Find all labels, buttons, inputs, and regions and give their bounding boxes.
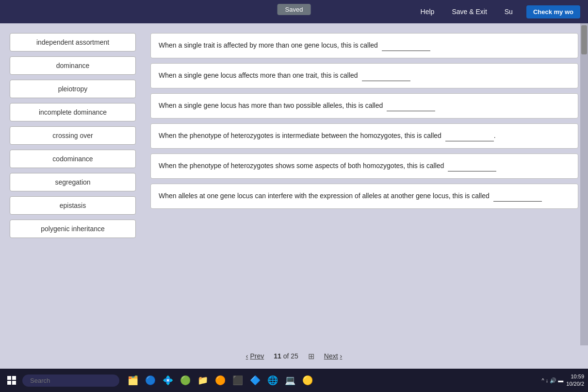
taskbar-right: ^ ↓ 🔊 ▬ 10:59 10/20/2	[541, 369, 584, 392]
question-card-q1: When a single trait is affected by more …	[150, 33, 578, 58]
word-bank-item-independent-assortment[interactable]: independent assortment	[10, 33, 136, 51]
question-text-q3: When a single gene locus has more than t…	[159, 102, 385, 109]
taskbar-icon-app1[interactable]: 🔵	[144, 374, 157, 387]
help-button[interactable]: Help	[417, 6, 439, 17]
taskbar-icon-app6[interactable]: 🔷	[248, 374, 262, 387]
scroll-thumb[interactable]	[581, 25, 587, 54]
clock: 10:59 10/20/2	[566, 373, 584, 388]
system-tray-icons: ^ ↓ 🔊 ▬	[541, 377, 563, 384]
next-button[interactable]: Next ›	[324, 352, 342, 360]
word-bank-item-incomplete-dominance[interactable]: incomplete dominance	[10, 103, 136, 121]
question-card-q6: When alleles at one gene locus can inter…	[150, 184, 578, 209]
next-label: Next	[324, 352, 338, 360]
word-bank: independent assortmentdominancepleiotrop…	[0, 23, 146, 369]
scrollbar[interactable]	[580, 23, 588, 367]
word-bank-item-epistasis[interactable]: epistasis	[10, 196, 136, 215]
taskbar: 🗂️ 🔵 💠 🟢 📁 🟠 ⬛ 🔷 🌐 💻 🟡 ^ ↓ 🔊 ▬ 10:59 10/…	[0, 369, 588, 392]
question-card-q3: When a single gene locus has more than t…	[150, 93, 578, 119]
prev-button[interactable]: ‹ Prev	[246, 352, 264, 360]
taskbar-icons: 🗂️ 🔵 💠 🟢 📁 🟠 ⬛ 🔷 🌐 💻 🟡	[126, 374, 314, 387]
word-bank-item-dominance[interactable]: dominance	[10, 56, 136, 75]
pagination: ‹ Prev 11 of 25 ⊞ Next ›	[0, 345, 588, 367]
word-bank-item-pleiotropy[interactable]: pleiotropy	[10, 80, 136, 98]
taskbar-icon-file-explorer[interactable]: 🗂️	[126, 374, 140, 387]
word-bank-item-polygenic-inheritance[interactable]: polygenic inheritance	[10, 220, 136, 238]
check-my-work-button[interactable]: Check my wo	[526, 5, 580, 18]
saved-badge: Saved	[278, 4, 311, 15]
chevron-right-icon: ›	[340, 352, 343, 360]
word-bank-item-segregation[interactable]: segregation	[10, 173, 136, 191]
word-bank-item-codominance[interactable]: codominance	[10, 150, 136, 168]
taskbar-icon-app2[interactable]: 💠	[161, 374, 175, 387]
question-card-q5: When the phenotype of heterozygotes show…	[150, 153, 578, 179]
submit-button[interactable]: Su	[501, 6, 517, 17]
current-page: 11	[274, 352, 281, 360]
question-text-q1: When a single trait is affected by more …	[159, 41, 380, 49]
clock-date: 10/20/2	[566, 380, 584, 388]
question-text-q2: When a single gene locus affects more th…	[159, 71, 360, 79]
prev-label: Prev	[250, 352, 264, 360]
taskbar-icon-app8[interactable]: 🟡	[301, 374, 314, 387]
taskbar-icon-browser[interactable]: 🌐	[266, 374, 279, 387]
answer-blank-q2[interactable]	[362, 70, 410, 81]
search-input[interactable]	[22, 375, 119, 387]
question-text-q5: When the phenotype of heterozygotes show…	[159, 162, 446, 170]
of-label: of	[283, 352, 289, 360]
answer-blank-q3[interactable]	[387, 101, 435, 111]
taskbar-icon-app4[interactable]: 🟠	[213, 374, 227, 387]
chevron-left-icon: ‹	[246, 352, 248, 360]
start-button[interactable]	[4, 373, 19, 388]
top-bar: Saved Help Save & Exit Su Check my wo	[0, 0, 588, 23]
page-info: 11 of 25	[274, 352, 298, 360]
answer-blank-q6[interactable]	[493, 191, 542, 202]
answer-blank-q4[interactable]	[445, 131, 494, 141]
question-card-q4: When the phenotype of heterozygotes is i…	[150, 123, 578, 149]
save-exit-button[interactable]: Save & Exit	[448, 6, 490, 17]
total-pages: 25	[291, 352, 298, 360]
windows-icon	[7, 376, 16, 385]
taskbar-icon-app7[interactable]: 💻	[283, 374, 297, 387]
answer-blank-q1[interactable]	[382, 40, 430, 51]
taskbar-icon-app3[interactable]: 🟢	[179, 374, 192, 387]
question-text-q6: When alleles at one gene locus can inter…	[159, 192, 491, 200]
grid-icon[interactable]: ⊞	[308, 352, 314, 361]
taskbar-icon-app5[interactable]: ⬛	[231, 374, 245, 387]
questions-area: When a single trait is affected by more …	[146, 23, 588, 369]
clock-time: 10:59	[566, 373, 584, 380]
taskbar-icon-folder[interactable]: 📁	[196, 374, 210, 387]
question-card-q2: When a single gene locus affects more th…	[150, 63, 578, 88]
question-text-q4: When the phenotype of heterozygotes is i…	[159, 132, 443, 139]
word-bank-item-crossing-over[interactable]: crossing over	[10, 126, 136, 145]
question-text-after-q4: .	[494, 132, 496, 139]
answer-blank-q5[interactable]	[448, 161, 496, 171]
content-area: independent assortmentdominancepleiotrop…	[0, 23, 588, 369]
